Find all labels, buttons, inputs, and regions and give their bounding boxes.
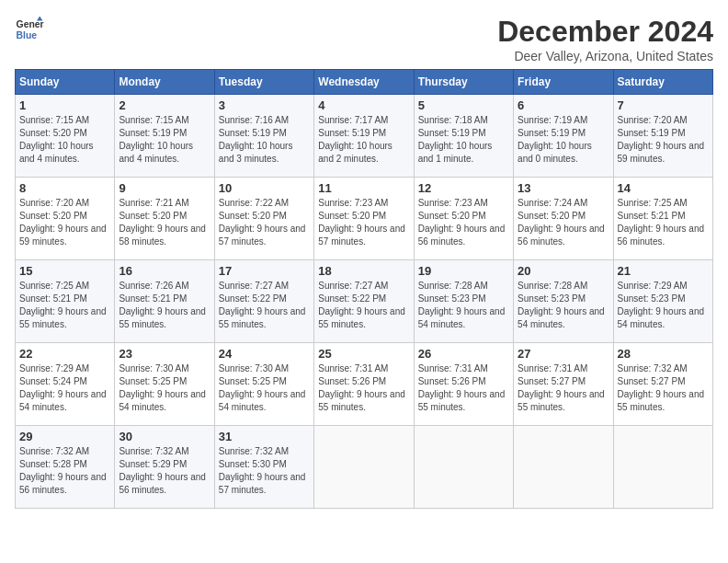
day-detail: Sunrise: 7:31 AMSunset: 5:27 PMDaylight:… (518, 363, 605, 412)
calendar-cell: 22Sunrise: 7:29 AMSunset: 5:24 PMDayligh… (16, 343, 115, 426)
calendar-week-row: 15Sunrise: 7:25 AMSunset: 5:21 PMDayligh… (16, 260, 713, 343)
day-detail: Sunrise: 7:23 AMSunset: 5:20 PMDaylight:… (318, 198, 405, 247)
calendar-cell: 4Sunrise: 7:17 AMSunset: 5:19 PMDaylight… (314, 95, 414, 178)
calendar-cell (514, 426, 613, 509)
calendar-cell: 7Sunrise: 7:20 AMSunset: 5:19 PMDaylight… (613, 95, 712, 178)
calendar-cell: 21Sunrise: 7:29 AMSunset: 5:23 PMDayligh… (613, 260, 712, 343)
day-detail: Sunrise: 7:32 AMSunset: 5:28 PMDaylight:… (19, 446, 107, 495)
calendar-cell: 10Sunrise: 7:22 AMSunset: 5:20 PMDayligh… (214, 178, 313, 260)
day-number: 23 (119, 347, 210, 361)
day-detail: Sunrise: 7:28 AMSunset: 5:23 PMDaylight:… (518, 281, 605, 329)
calendar-cell: 5Sunrise: 7:18 AMSunset: 5:19 PMDaylight… (414, 95, 513, 178)
day-of-week-header: Sunday (16, 70, 115, 95)
day-of-week-header: Monday (115, 70, 214, 95)
day-detail: Sunrise: 7:31 AMSunset: 5:26 PMDaylight:… (318, 363, 405, 412)
calendar-week-row: 29Sunrise: 7:32 AMSunset: 5:28 PMDayligh… (16, 426, 713, 509)
day-number: 22 (19, 347, 110, 361)
calendar-cell: 16Sunrise: 7:26 AMSunset: 5:21 PMDayligh… (115, 260, 214, 343)
day-detail: Sunrise: 7:23 AMSunset: 5:20 PMDaylight:… (418, 198, 506, 247)
calendar-cell: 31Sunrise: 7:32 AMSunset: 5:30 PMDayligh… (214, 426, 313, 509)
day-detail: Sunrise: 7:29 AMSunset: 5:23 PMDaylight:… (618, 281, 705, 329)
day-number: 20 (518, 264, 609, 278)
day-detail: Sunrise: 7:19 AMSunset: 5:19 PMDaylight:… (518, 115, 592, 164)
calendar-cell: 23Sunrise: 7:30 AMSunset: 5:25 PMDayligh… (115, 343, 214, 426)
day-detail: Sunrise: 7:21 AMSunset: 5:20 PMDaylight:… (119, 198, 206, 247)
calendar-cell: 13Sunrise: 7:24 AMSunset: 5:20 PMDayligh… (514, 178, 613, 260)
day-detail: Sunrise: 7:32 AMSunset: 5:29 PMDaylight:… (119, 446, 206, 495)
day-number: 3 (219, 98, 310, 112)
calendar-week-row: 8Sunrise: 7:20 AMSunset: 5:20 PMDaylight… (16, 178, 713, 260)
day-detail: Sunrise: 7:15 AMSunset: 5:20 PMDaylight:… (19, 115, 94, 164)
title-area: December 2024 Deer Valley, Arizona, Unit… (497, 15, 713, 63)
day-number: 6 (518, 98, 609, 112)
calendar-cell: 12Sunrise: 7:23 AMSunset: 5:20 PMDayligh… (414, 178, 513, 260)
day-detail: Sunrise: 7:15 AMSunset: 5:19 PMDaylight:… (119, 115, 193, 164)
day-detail: Sunrise: 7:28 AMSunset: 5:23 PMDaylight:… (418, 281, 506, 329)
day-number: 27 (518, 347, 609, 361)
day-detail: Sunrise: 7:20 AMSunset: 5:19 PMDaylight:… (618, 115, 705, 164)
day-number: 8 (19, 181, 110, 195)
day-detail: Sunrise: 7:30 AMSunset: 5:25 PMDaylight:… (119, 363, 206, 412)
calendar-cell (613, 426, 712, 509)
logo-icon: General Blue (15, 15, 44, 44)
day-detail: Sunrise: 7:22 AMSunset: 5:20 PMDaylight:… (219, 198, 306, 247)
day-detail: Sunrise: 7:16 AMSunset: 5:19 PMDaylight:… (219, 115, 293, 164)
calendar-cell: 15Sunrise: 7:25 AMSunset: 5:21 PMDayligh… (16, 260, 115, 343)
month-title: December 2024 (497, 15, 713, 49)
day-detail: Sunrise: 7:25 AMSunset: 5:21 PMDaylight:… (19, 281, 107, 329)
day-detail: Sunrise: 7:27 AMSunset: 5:22 PMDaylight:… (318, 281, 405, 329)
day-number: 21 (618, 264, 709, 278)
day-number: 26 (418, 347, 509, 361)
calendar-cell (414, 426, 513, 509)
day-number: 4 (318, 98, 409, 112)
day-number: 28 (618, 347, 709, 361)
day-number: 7 (618, 98, 709, 112)
calendar-cell: 14Sunrise: 7:25 AMSunset: 5:21 PMDayligh… (613, 178, 712, 260)
day-detail: Sunrise: 7:32 AMSunset: 5:30 PMDaylight:… (219, 446, 306, 495)
calendar-cell: 20Sunrise: 7:28 AMSunset: 5:23 PMDayligh… (514, 260, 613, 343)
calendar-cell: 27Sunrise: 7:31 AMSunset: 5:27 PMDayligh… (514, 343, 613, 426)
calendar-cell: 26Sunrise: 7:31 AMSunset: 5:26 PMDayligh… (414, 343, 513, 426)
day-number: 5 (418, 98, 509, 112)
location: Deer Valley, Arizona, United States (497, 49, 713, 63)
logo: General Blue (15, 15, 44, 44)
day-of-week-header: Tuesday (214, 70, 313, 95)
calendar-table: SundayMondayTuesdayWednesdayThursdayFrid… (15, 69, 713, 509)
day-detail: Sunrise: 7:18 AMSunset: 5:19 PMDaylight:… (418, 115, 493, 164)
day-detail: Sunrise: 7:31 AMSunset: 5:26 PMDaylight:… (418, 363, 506, 412)
header: General Blue December 2024 Deer Valley, … (15, 15, 713, 63)
calendar-cell: 28Sunrise: 7:32 AMSunset: 5:27 PMDayligh… (613, 343, 712, 426)
day-number: 31 (219, 430, 310, 443)
calendar-cell: 19Sunrise: 7:28 AMSunset: 5:23 PMDayligh… (414, 260, 513, 343)
day-number: 17 (219, 264, 310, 278)
svg-text:Blue: Blue (17, 30, 38, 40)
day-number: 9 (119, 181, 210, 195)
calendar-week-row: 22Sunrise: 7:29 AMSunset: 5:24 PMDayligh… (16, 343, 713, 426)
day-detail: Sunrise: 7:24 AMSunset: 5:20 PMDaylight:… (518, 198, 605, 247)
day-number: 2 (119, 98, 210, 112)
day-number: 29 (19, 430, 110, 443)
calendar-cell: 18Sunrise: 7:27 AMSunset: 5:22 PMDayligh… (314, 260, 414, 343)
day-number: 12 (418, 181, 509, 195)
calendar-cell: 6Sunrise: 7:19 AMSunset: 5:19 PMDaylight… (514, 95, 613, 178)
svg-marker-2 (37, 17, 42, 21)
day-detail: Sunrise: 7:27 AMSunset: 5:22 PMDaylight:… (219, 281, 306, 329)
day-number: 1 (19, 98, 110, 112)
calendar-cell: 17Sunrise: 7:27 AMSunset: 5:22 PMDayligh… (214, 260, 313, 343)
calendar-cell: 3Sunrise: 7:16 AMSunset: 5:19 PMDaylight… (214, 95, 313, 178)
calendar-cell: 9Sunrise: 7:21 AMSunset: 5:20 PMDaylight… (115, 178, 214, 260)
calendar-cell: 11Sunrise: 7:23 AMSunset: 5:20 PMDayligh… (314, 178, 414, 260)
calendar-cell (314, 426, 414, 509)
day-of-week-header: Thursday (414, 70, 513, 95)
svg-text:General: General (17, 19, 44, 29)
day-number: 24 (219, 347, 310, 361)
day-of-week-header: Saturday (613, 70, 712, 95)
calendar-cell: 1Sunrise: 7:15 AMSunset: 5:20 PMDaylight… (16, 95, 115, 178)
day-number: 19 (418, 264, 509, 278)
calendar-cell: 29Sunrise: 7:32 AMSunset: 5:28 PMDayligh… (16, 426, 115, 509)
day-number: 14 (618, 181, 709, 195)
calendar-week-row: 1Sunrise: 7:15 AMSunset: 5:20 PMDaylight… (16, 95, 713, 178)
day-detail: Sunrise: 7:29 AMSunset: 5:24 PMDaylight:… (19, 363, 107, 412)
day-number: 13 (518, 181, 609, 195)
day-detail: Sunrise: 7:30 AMSunset: 5:25 PMDaylight:… (219, 363, 306, 412)
